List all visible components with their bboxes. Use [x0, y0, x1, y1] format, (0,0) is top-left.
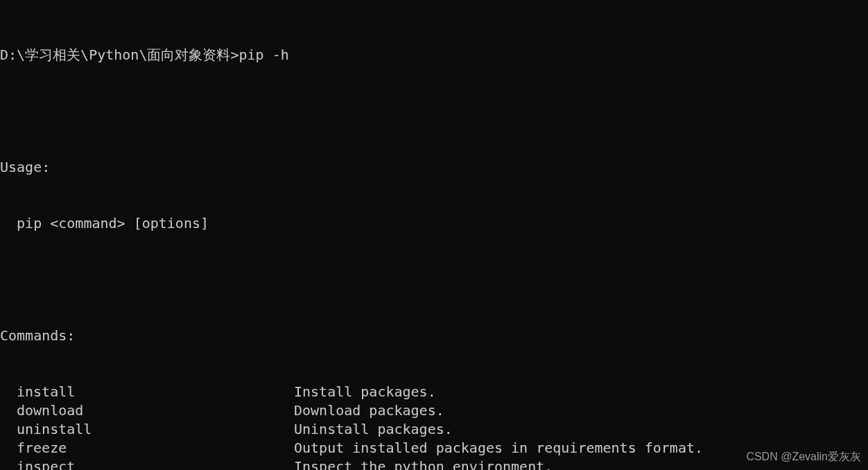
prompt-path: D:\学习相关\Python\面向对象资料> — [0, 46, 239, 63]
command-row: downloadDownload packages. — [0, 401, 868, 420]
prompt-line: D:\学习相关\Python\面向对象资料>pip -h — [0, 46, 868, 64]
usage-line: pip <command> [options] — [0, 214, 868, 233]
command-row: uninstallUninstall packages. — [0, 420, 868, 439]
command-row: installInstall packages. — [0, 383, 868, 401]
command-desc: Install packages. — [294, 383, 868, 401]
blank-line — [0, 102, 868, 121]
command-name: download — [0, 401, 294, 420]
commands-list: installInstall packages.downloadDownload… — [0, 383, 868, 470]
command-name: uninstall — [0, 420, 294, 439]
command-desc: Uninstall packages. — [294, 420, 868, 439]
terminal-output[interactable]: D:\学习相关\Python\面向对象资料>pip -h Usage: pip … — [0, 0, 868, 470]
command-name: install — [0, 383, 294, 401]
blank-line — [0, 270, 868, 289]
command-desc: Download packages. — [294, 401, 868, 420]
commands-header: Commands: — [0, 327, 868, 345]
usage-header: Usage: — [0, 158, 868, 177]
command-row: freezeOutput installed packages in requi… — [0, 439, 868, 458]
prompt-command: pip -h — [239, 46, 289, 63]
command-name: inspect — [0, 458, 294, 470]
command-row: inspectInspect the python environment. — [0, 458, 868, 470]
command-name: freeze — [0, 439, 294, 458]
watermark: CSDN @Zevalin爱灰灰 — [746, 449, 861, 464]
